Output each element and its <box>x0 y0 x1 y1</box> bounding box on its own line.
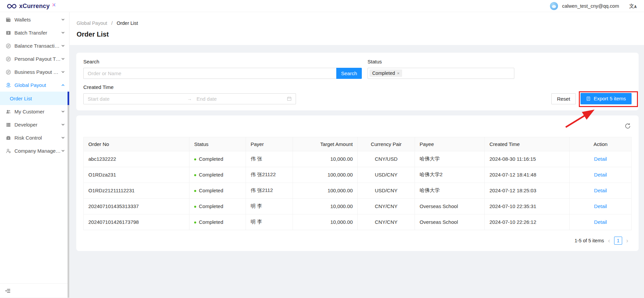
sidebar-item-label: Developer <box>14 122 37 128</box>
sidebar-item-wallets[interactable]: Wallets <box>0 13 69 26</box>
cell-target-amount: 100,000.00 <box>293 183 358 198</box>
search-button[interactable]: Search <box>336 68 362 79</box>
detail-link[interactable]: Detail <box>594 172 607 178</box>
cell-status: Completed <box>189 198 246 214</box>
breadcrumb-separator: / <box>111 20 113 26</box>
cell-action: Detail <box>570 183 632 198</box>
reset-button[interactable]: Reset <box>551 93 576 104</box>
cell-payee: 哈佛大学 <box>415 151 485 167</box>
cell-payer: 伟 张2112 <box>246 183 293 198</box>
balance-transactions-icon <box>5 43 11 49</box>
sidebar-scrollbar[interactable] <box>68 105 69 298</box>
chevron-icon <box>61 136 65 140</box>
created-time-range-picker[interactable]: Start date → End date <box>83 93 296 104</box>
brand-name: xCurrency <box>19 2 50 10</box>
cell-order-no: abc1232222 <box>84 151 189 167</box>
remove-status-filter-icon[interactable]: × <box>397 71 400 76</box>
refresh-icon[interactable] <box>625 123 631 129</box>
business-payout-icon <box>5 69 11 75</box>
sparkle-icon <box>52 2 56 8</box>
detail-link[interactable]: Detail <box>594 219 607 225</box>
sidebar-item-label: Order List <box>10 96 32 101</box>
cell-payee: Overseas School <box>415 198 485 214</box>
status-dot <box>194 221 196 224</box>
user-email[interactable]: calwen_test_cny@qq.com <box>562 3 619 9</box>
cell-order-no: 202407101435313337 <box>84 198 189 214</box>
company-management-icon <box>5 148 11 154</box>
order-table: Order No Status Payer Target Amount Curr… <box>83 137 632 230</box>
export-icon <box>586 96 591 101</box>
sidebar-item-balance-transactions[interactable]: Balance Transactions <box>0 39 69 52</box>
breadcrumb: Global Payout / Order List <box>77 21 636 26</box>
cell-payer: 伟 张 <box>246 151 293 167</box>
column-payer: Payer <box>246 137 293 151</box>
page-title: Order List <box>77 31 636 38</box>
batch-transfer-icon <box>5 30 11 36</box>
detail-link[interactable]: Detail <box>594 203 607 209</box>
sidebar-item-label: Business Payout Transactions <box>14 69 61 75</box>
translate-icon[interactable]: 文A <box>629 3 637 9</box>
detail-link[interactable]: Detail <box>594 188 607 193</box>
chevron-icon <box>61 110 65 113</box>
column-target-amount: Target Amount <box>293 137 358 151</box>
column-status: Status <box>189 137 246 151</box>
sidebar-item-label: Company Management <box>14 148 61 154</box>
sidebar-item-personal-payout-transactions[interactable]: Personal Payout Transactions <box>0 52 69 65</box>
end-date-placeholder: End date <box>197 96 287 102</box>
cell-action: Detail <box>570 167 632 183</box>
cell-created-time: 2024-08-30 11:16:15 <box>485 151 570 167</box>
main-content: Global Payout / Order List Order List Se… <box>70 12 644 298</box>
cell-currency-pair: CNY/CNY <box>358 214 415 230</box>
developer-icon <box>5 122 11 128</box>
cell-status: Completed <box>189 151 246 167</box>
sidebar-item-risk-control[interactable]: Risk Control <box>0 131 69 144</box>
personal-payout-icon <box>5 56 11 62</box>
cell-created-time: 2024-07-12 18:25:03 <box>485 183 570 198</box>
status-dot <box>194 158 196 160</box>
wallet-icon <box>5 17 11 22</box>
created-time-label: Created Time <box>83 84 362 90</box>
start-date-placeholder: Start date <box>88 96 187 102</box>
table-row-o1rdz21211112231: O1RDz21211112231 Completed 伟 张2112 100,0… <box>84 183 632 198</box>
sidebar-item-my-customer[interactable]: My Customer <box>0 105 69 118</box>
status-dot <box>194 174 196 176</box>
cell-payer: 明 李 <box>246 198 293 214</box>
sidebar-item-label: Balance Transactions <box>14 43 61 49</box>
column-created-time: Created Time <box>485 137 570 151</box>
breadcrumb-global-payout[interactable]: Global Payout <box>77 20 107 26</box>
chevron-icon <box>61 149 65 153</box>
sidebar-item-company-management[interactable]: Company Management <box>0 144 69 157</box>
search-input[interactable] <box>83 68 336 79</box>
column-action: Action <box>570 137 632 151</box>
detail-link[interactable]: Detail <box>594 156 607 162</box>
table-row-202407101426173798: 202407101426173798 Completed 明 李 10,000.… <box>84 214 632 230</box>
sidebar-item-label: My Customer <box>14 109 44 114</box>
column-order-no: Order No <box>84 137 189 151</box>
sidebar-item-developer[interactable]: Developer <box>0 118 69 131</box>
sidebar-item-label: Risk Control <box>14 135 42 141</box>
customer-icon <box>5 109 11 114</box>
cell-currency-pair: CNY/CNY <box>358 198 415 214</box>
sidebar-item-order-list[interactable]: Order List <box>0 92 69 105</box>
brand-logo[interactable]: xCurrency <box>7 2 56 10</box>
export-button[interactable]: Export 5 items <box>581 93 632 104</box>
cell-order-no: O1RDza231 <box>84 167 189 183</box>
status-label: Status <box>368 59 632 64</box>
sidebar-item-global-payout[interactable]: $ Global Payout <box>0 79 69 92</box>
global-payout-icon: $ <box>5 82 11 88</box>
sidebar-item-label: Batch Transfer <box>14 30 47 36</box>
infinity-logo-icon <box>7 3 17 9</box>
status-select[interactable]: Completed × <box>368 68 514 79</box>
collapse-sidebar-icon[interactable] <box>5 288 11 294</box>
cell-currency-pair: CNY/USD <box>358 151 415 167</box>
chevron-icon <box>61 31 65 35</box>
cell-created-time: 2024-07-10 22:26:12 <box>485 214 570 230</box>
user-avatar[interactable] <box>550 2 558 10</box>
sidebar-item-business-payout-transactions[interactable]: Business Payout Transactions <box>0 65 69 79</box>
prev-page-button[interactable]: ‹ <box>607 238 611 244</box>
cell-payer: 伟 张21122 <box>246 167 293 183</box>
page-1-button[interactable]: 1 <box>614 237 622 245</box>
search-label: Search <box>83 59 362 64</box>
next-page-button[interactable]: › <box>626 238 629 244</box>
sidebar-item-batch-transfer[interactable]: Batch Transfer <box>0 26 69 39</box>
